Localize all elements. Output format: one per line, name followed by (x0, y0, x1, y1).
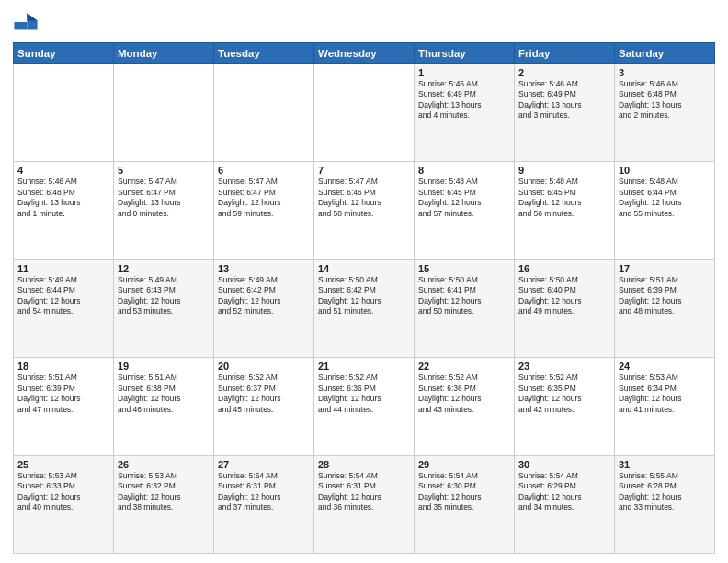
day-info: Sunrise: 5:52 AM Sunset: 6:35 PM Dayligh… (518, 373, 610, 415)
day-number: 2 (518, 67, 610, 78)
day-info: Sunrise: 5:51 AM Sunset: 6:38 PM Dayligh… (118, 373, 210, 415)
day-cell: 20Sunrise: 5:52 AM Sunset: 6:37 PM Dayli… (214, 358, 314, 455)
day-number: 15 (418, 263, 510, 274)
day-number: 28 (318, 459, 410, 470)
day-info: Sunrise: 5:50 AM Sunset: 6:41 PM Dayligh… (418, 275, 510, 317)
day-number: 8 (418, 165, 510, 176)
day-info: Sunrise: 5:49 AM Sunset: 6:44 PM Dayligh… (17, 275, 109, 317)
day-info: Sunrise: 5:54 AM Sunset: 6:29 PM Dayligh… (518, 471, 610, 513)
day-number: 13 (218, 263, 310, 274)
day-number: 9 (518, 165, 610, 176)
day-number: 16 (518, 263, 610, 274)
day-cell: 30Sunrise: 5:54 AM Sunset: 6:29 PM Dayli… (515, 455, 615, 553)
day-cell: 16Sunrise: 5:50 AM Sunset: 6:40 PM Dayli… (515, 259, 615, 357)
day-info: Sunrise: 5:52 AM Sunset: 6:36 PM Dayligh… (318, 373, 410, 415)
day-number: 29 (418, 459, 510, 470)
day-info: Sunrise: 5:52 AM Sunset: 6:36 PM Dayligh… (418, 373, 510, 415)
day-cell: 4Sunrise: 5:46 AM Sunset: 6:48 PM Daylig… (14, 162, 114, 259)
day-cell: 26Sunrise: 5:53 AM Sunset: 6:32 PM Dayli… (114, 455, 214, 553)
week-row-3: 18Sunrise: 5:51 AM Sunset: 6:39 PM Dayli… (14, 358, 715, 455)
day-cell: 18Sunrise: 5:51 AM Sunset: 6:39 PM Dayli… (14, 358, 114, 455)
calendar-header: SundayMondayTuesdayWednesdayThursdayFrid… (14, 43, 715, 64)
day-cell: 5Sunrise: 5:47 AM Sunset: 6:47 PM Daylig… (114, 162, 214, 259)
day-info: Sunrise: 5:48 AM Sunset: 6:45 PM Dayligh… (418, 177, 510, 219)
day-number: 26 (118, 459, 210, 470)
day-number: 5 (118, 165, 210, 176)
day-number: 19 (118, 361, 210, 372)
day-info: Sunrise: 5:45 AM Sunset: 6:49 PM Dayligh… (418, 79, 510, 121)
header-cell-tuesday: Tuesday (214, 43, 314, 64)
day-cell: 22Sunrise: 5:52 AM Sunset: 6:36 PM Dayli… (415, 358, 515, 455)
header-cell-monday: Monday (114, 43, 214, 64)
day-cell: 12Sunrise: 5:49 AM Sunset: 6:43 PM Dayli… (114, 259, 214, 357)
header-cell-wednesday: Wednesday (314, 43, 415, 64)
day-number: 23 (518, 361, 610, 372)
day-number: 22 (418, 361, 510, 372)
day-cell: 15Sunrise: 5:50 AM Sunset: 6:41 PM Dayli… (415, 259, 515, 357)
day-number: 6 (218, 165, 310, 176)
day-cell: 7Sunrise: 5:47 AM Sunset: 6:46 PM Daylig… (314, 162, 415, 259)
header (13, 9, 715, 35)
day-number: 14 (318, 263, 410, 274)
day-number: 17 (619, 263, 711, 274)
day-info: Sunrise: 5:48 AM Sunset: 6:45 PM Dayligh… (518, 177, 610, 219)
day-number: 24 (619, 361, 711, 372)
day-number: 3 (619, 67, 711, 78)
week-row-1: 4Sunrise: 5:46 AM Sunset: 6:48 PM Daylig… (14, 162, 715, 259)
day-cell: 3Sunrise: 5:46 AM Sunset: 6:48 PM Daylig… (615, 64, 715, 162)
day-cell (114, 64, 214, 162)
day-cell: 6Sunrise: 5:47 AM Sunset: 6:47 PM Daylig… (214, 162, 314, 259)
day-cell: 21Sunrise: 5:52 AM Sunset: 6:36 PM Dayli… (314, 358, 415, 455)
day-info: Sunrise: 5:51 AM Sunset: 6:39 PM Dayligh… (17, 373, 109, 415)
day-cell: 29Sunrise: 5:54 AM Sunset: 6:30 PM Dayli… (415, 455, 515, 553)
day-number: 11 (17, 263, 109, 274)
day-number: 21 (318, 361, 410, 372)
day-info: Sunrise: 5:54 AM Sunset: 6:31 PM Dayligh… (318, 471, 410, 513)
day-info: Sunrise: 5:54 AM Sunset: 6:31 PM Dayligh… (218, 471, 310, 513)
day-cell: 10Sunrise: 5:48 AM Sunset: 6:44 PM Dayli… (615, 162, 715, 259)
day-cell: 23Sunrise: 5:52 AM Sunset: 6:35 PM Dayli… (515, 358, 615, 455)
day-number: 31 (619, 459, 711, 470)
day-cell: 25Sunrise: 5:53 AM Sunset: 6:33 PM Dayli… (14, 455, 114, 553)
day-cell (214, 64, 314, 162)
week-row-4: 25Sunrise: 5:53 AM Sunset: 6:33 PM Dayli… (14, 455, 715, 553)
day-cell: 13Sunrise: 5:49 AM Sunset: 6:42 PM Dayli… (214, 259, 314, 357)
logo-icon (13, 9, 39, 35)
day-info: Sunrise: 5:55 AM Sunset: 6:28 PM Dayligh… (619, 471, 711, 513)
day-cell: 11Sunrise: 5:49 AM Sunset: 6:44 PM Dayli… (14, 259, 114, 357)
day-number: 7 (318, 165, 410, 176)
day-info: Sunrise: 5:49 AM Sunset: 6:42 PM Dayligh… (218, 275, 310, 317)
logo (13, 9, 42, 35)
day-number: 4 (17, 165, 109, 176)
day-cell (314, 64, 415, 162)
header-cell-thursday: Thursday (415, 43, 515, 64)
day-cell: 14Sunrise: 5:50 AM Sunset: 6:42 PM Dayli… (314, 259, 415, 357)
day-number: 12 (118, 263, 210, 274)
calendar-table: SundayMondayTuesdayWednesdayThursdayFrid… (13, 42, 715, 554)
day-cell: 2Sunrise: 5:46 AM Sunset: 6:49 PM Daylig… (515, 64, 615, 162)
header-cell-sunday: Sunday (14, 43, 114, 64)
day-cell: 27Sunrise: 5:54 AM Sunset: 6:31 PM Dayli… (214, 455, 314, 553)
day-info: Sunrise: 5:51 AM Sunset: 6:39 PM Dayligh… (619, 275, 711, 317)
day-cell: 24Sunrise: 5:53 AM Sunset: 6:34 PM Dayli… (615, 358, 715, 455)
day-info: Sunrise: 5:47 AM Sunset: 6:46 PM Dayligh… (318, 177, 410, 219)
day-info: Sunrise: 5:46 AM Sunset: 6:48 PM Dayligh… (17, 177, 109, 219)
day-info: Sunrise: 5:46 AM Sunset: 6:49 PM Dayligh… (518, 79, 610, 121)
day-info: Sunrise: 5:49 AM Sunset: 6:43 PM Dayligh… (118, 275, 210, 317)
day-cell: 19Sunrise: 5:51 AM Sunset: 6:38 PM Dayli… (114, 358, 214, 455)
day-number: 27 (218, 459, 310, 470)
day-info: Sunrise: 5:50 AM Sunset: 6:40 PM Dayligh… (518, 275, 610, 317)
day-cell: 8Sunrise: 5:48 AM Sunset: 6:45 PM Daylig… (415, 162, 515, 259)
week-row-0: 1Sunrise: 5:45 AM Sunset: 6:49 PM Daylig… (14, 64, 715, 162)
day-number: 10 (619, 165, 711, 176)
header-row: SundayMondayTuesdayWednesdayThursdayFrid… (14, 43, 715, 64)
header-cell-saturday: Saturday (615, 43, 715, 64)
day-info: Sunrise: 5:47 AM Sunset: 6:47 PM Dayligh… (218, 177, 310, 219)
day-info: Sunrise: 5:46 AM Sunset: 6:48 PM Dayligh… (619, 79, 711, 121)
day-number: 18 (17, 361, 109, 372)
day-number: 1 (418, 67, 510, 78)
day-number: 30 (518, 459, 610, 470)
svg-rect-3 (14, 22, 27, 29)
day-cell: 1Sunrise: 5:45 AM Sunset: 6:49 PM Daylig… (415, 64, 515, 162)
day-info: Sunrise: 5:48 AM Sunset: 6:44 PM Dayligh… (619, 177, 711, 219)
